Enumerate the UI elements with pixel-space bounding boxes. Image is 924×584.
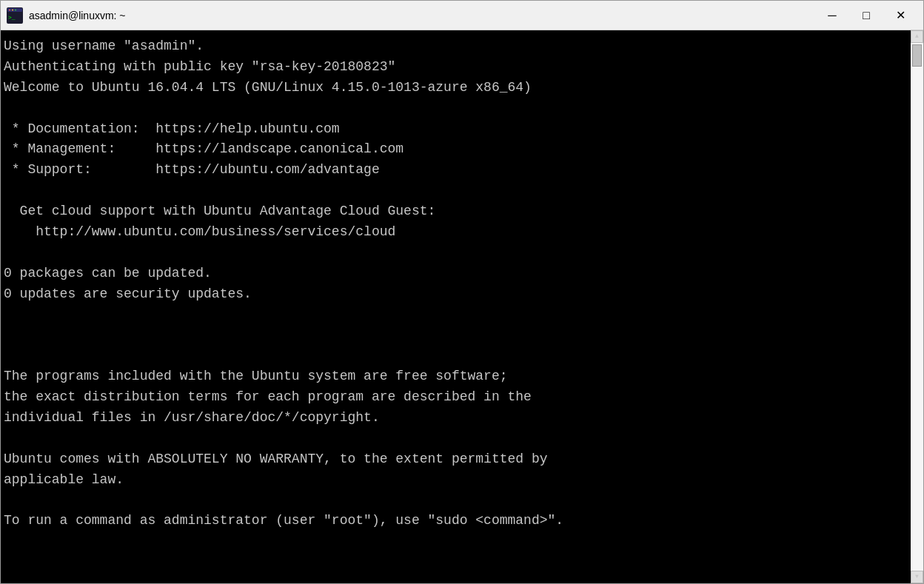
- terminal-body[interactable]: Using username "asadmin". Authenticating…: [1, 30, 923, 583]
- scrollbar-up-button[interactable]: ▲: [911, 30, 923, 43]
- terminal-icon: >_: [7, 7, 23, 24]
- scrollbar-down-button[interactable]: ▼: [911, 571, 923, 583]
- window-controls: ─ □ ✕: [815, 4, 917, 27]
- scrollbar-thumb[interactable]: [912, 44, 922, 67]
- svg-text:>_: >_: [8, 14, 16, 21]
- close-button[interactable]: ✕: [883, 4, 917, 27]
- minimize-button[interactable]: ─: [815, 4, 849, 27]
- window-title: asadmin@linuxvm: ~: [29, 10, 815, 21]
- svg-point-3: [12, 9, 13, 10]
- scrollbar-track[interactable]: [911, 43, 923, 571]
- scrollbar: ▲ ▼: [911, 30, 923, 583]
- terminal-window: >_ asadmin@linuxvm: ~ ─ □ ✕ Using userna…: [0, 0, 924, 584]
- terminal-output: Using username "asadmin". Authenticating…: [4, 36, 920, 531]
- maximize-button[interactable]: □: [849, 4, 883, 27]
- title-bar: >_ asadmin@linuxvm: ~ ─ □ ✕: [1, 1, 923, 30]
- svg-point-4: [15, 9, 16, 10]
- svg-point-2: [9, 9, 10, 10]
